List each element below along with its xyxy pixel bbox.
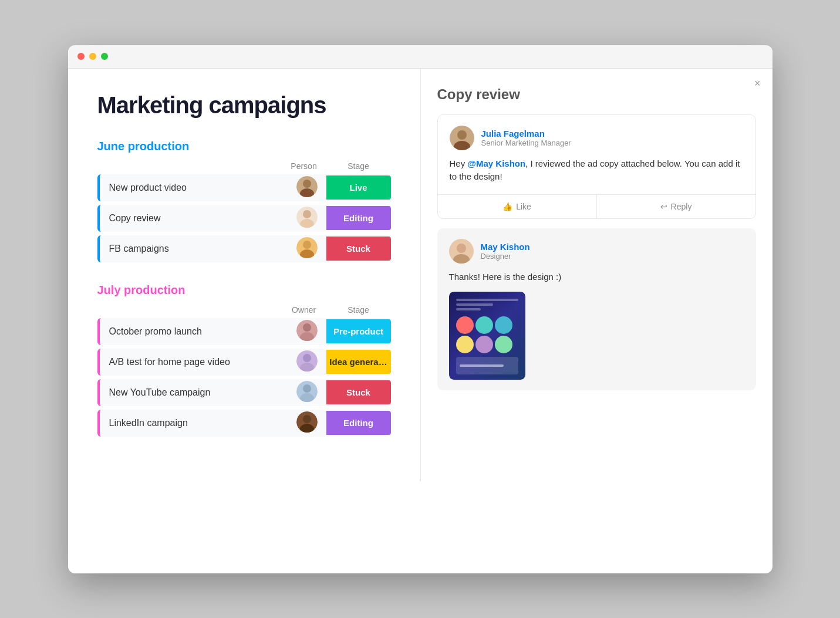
- stage-badge: Stuck: [326, 380, 391, 404]
- traffic-lights: [77, 53, 108, 60]
- avatar: [292, 176, 322, 200]
- design-face: [456, 336, 474, 353]
- app-window: Marketing campaigns June production Pers…: [68, 45, 772, 573]
- svg-point-1: [303, 180, 311, 188]
- stage-badge: Live: [326, 175, 391, 200]
- reply-button[interactable]: ↩ Reply: [596, 195, 755, 218]
- comment-body: May Kishon Designer Thanks! Here is the …: [437, 228, 756, 391]
- like-icon: 👍: [502, 202, 512, 211]
- avatar: [292, 237, 322, 261]
- right-panel: × Copy review Julia Fagel: [420, 69, 772, 481]
- row-name: LinkedIn campaign: [100, 410, 292, 437]
- table-row[interactable]: LinkedIn campaign Editing: [97, 410, 391, 437]
- stage-badge: Editing: [326, 206, 391, 230]
- design-face: [475, 336, 493, 353]
- avatar: [292, 411, 322, 435]
- comment-card: Julia Fagelman Senior Marketing Manager …: [437, 114, 756, 219]
- commenter-role: Senior Marketing Manager: [481, 139, 571, 147]
- commenter-role: Designer: [481, 252, 530, 261]
- design-image: [449, 292, 525, 380]
- stage-badge: Editing: [326, 411, 391, 435]
- table-row[interactable]: New YouTube campaign Stuck: [97, 379, 391, 406]
- comment-body: Julia Fagelman Senior Marketing Manager …: [438, 115, 755, 194]
- svg-point-10: [303, 323, 311, 332]
- stage-badge: Stuck: [326, 237, 391, 261]
- avatar: [449, 239, 474, 264]
- row-name: October promo launch: [100, 318, 292, 345]
- avatar: [450, 126, 474, 150]
- table-row[interactable]: FB campaigns Stuck: [97, 235, 391, 262]
- row-name: New YouTube campaign: [100, 379, 292, 406]
- commenter-info: Julia Fagelman Senior Marketing Manager: [481, 129, 571, 147]
- row-name: FB campaigns: [100, 235, 292, 262]
- mention[interactable]: @May Kishon: [467, 158, 525, 168]
- table-row[interactable]: A/B test for home page video Idea genera…: [97, 349, 391, 376]
- person-header: Person: [286, 161, 322, 171]
- table-row[interactable]: October promo launch Pre-product: [97, 318, 391, 345]
- svg-point-25: [457, 244, 466, 253]
- comment-card: May Kishon Designer Thanks! Here is the …: [437, 228, 756, 391]
- page-title: Marketing campaigns: [97, 92, 391, 119]
- design-bar: [456, 357, 518, 374]
- svg-point-13: [303, 354, 311, 362]
- design-face: [475, 316, 493, 334]
- comment-text-before: Hey: [450, 158, 468, 168]
- design-face: [495, 316, 512, 334]
- reply-icon: ↩: [660, 202, 667, 211]
- like-label: Like: [516, 202, 531, 211]
- design-progress: [460, 364, 504, 367]
- design-line: [456, 308, 481, 310]
- close-button[interactable]: [77, 53, 85, 60]
- comment-header: Julia Fagelman Senior Marketing Manager: [450, 126, 744, 150]
- comment-text: Hey @May Kishon, I reviewed the ad copy …: [450, 157, 744, 184]
- comment-header: May Kishon Designer: [449, 239, 744, 264]
- maximize-button[interactable]: [101, 53, 108, 60]
- avatar: [292, 320, 322, 343]
- avatar: [292, 350, 322, 374]
- reply-label: Reply: [671, 202, 692, 211]
- comment-actions: 👍 Like ↩ Reply: [438, 194, 755, 218]
- row-name: New product video: [100, 174, 292, 201]
- svg-point-22: [457, 130, 467, 140]
- july-table-header: Owner Stage: [97, 305, 391, 318]
- design-line: [456, 303, 494, 306]
- svg-point-4: [303, 210, 311, 218]
- svg-point-16: [303, 384, 311, 393]
- owner-header: Owner: [286, 305, 322, 315]
- minimize-button[interactable]: [89, 53, 96, 60]
- avatar: [292, 381, 322, 404]
- table-row[interactable]: New product video Live: [97, 174, 391, 201]
- stage-badge: Pre-product: [326, 319, 391, 343]
- like-button[interactable]: 👍 Like: [438, 195, 596, 218]
- left-panel: Marketing campaigns June production Pers…: [68, 69, 420, 481]
- row-name: Copy review: [100, 205, 292, 232]
- design-face: [456, 316, 474, 334]
- stage-badge: Idea genera…: [326, 350, 391, 374]
- design-image-inner: [449, 292, 525, 380]
- design-face: [495, 336, 512, 353]
- svg-point-19: [303, 415, 311, 423]
- close-button[interactable]: ×: [754, 78, 761, 89]
- june-production-section: June production Person Stage New product…: [97, 140, 391, 262]
- commenter-info: May Kishon Designer: [481, 242, 530, 261]
- table-row[interactable]: Copy review Editing: [97, 205, 391, 232]
- june-section-title: June production: [97, 140, 391, 153]
- july-section-title: July production: [97, 283, 391, 297]
- titlebar: [68, 45, 772, 69]
- june-table-header: Person Stage: [97, 161, 391, 174]
- panel-title: Copy review: [437, 86, 756, 103]
- design-line: [456, 299, 518, 301]
- comment-text: Thanks! Here is the design :): [449, 271, 744, 284]
- july-production-section: July production Owner Stage October prom…: [97, 283, 391, 437]
- svg-point-7: [303, 241, 311, 249]
- row-name: A/B test for home page video: [100, 349, 292, 376]
- stage-header: Stage: [326, 161, 391, 171]
- commenter-name: May Kishon: [481, 242, 530, 252]
- stage-header: Stage: [326, 305, 391, 315]
- commenter-name: Julia Fagelman: [481, 129, 571, 139]
- avatar: [292, 207, 322, 230]
- design-content: [449, 292, 525, 380]
- main-content: Marketing campaigns June production Pers…: [68, 69, 772, 481]
